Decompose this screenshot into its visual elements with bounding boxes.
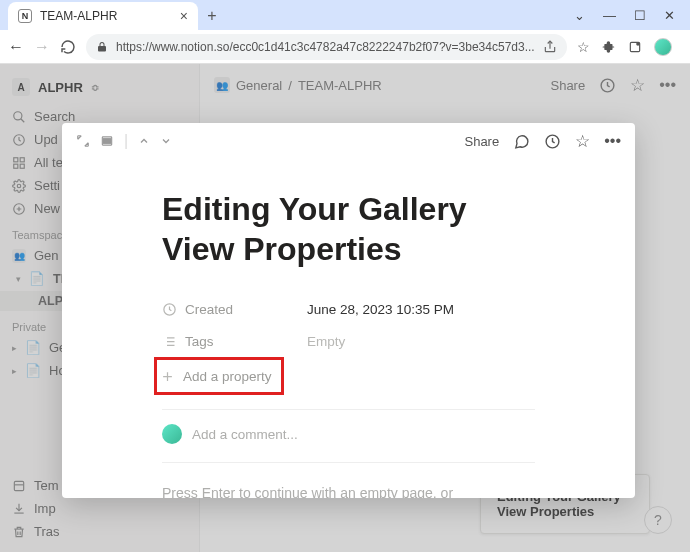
empty-page-hint: Press Enter to continue with an empty pa… [162, 485, 535, 498]
svg-point-1 [636, 42, 640, 46]
forward-button[interactable]: → [34, 38, 50, 56]
clock-icon [162, 302, 177, 317]
divider [162, 462, 535, 463]
add-comment[interactable]: Add a comment... [162, 420, 535, 448]
clock-icon[interactable] [544, 133, 561, 150]
comments-icon[interactable] [513, 133, 530, 150]
plus-icon [160, 369, 175, 384]
extensions-icon[interactable] [602, 40, 616, 54]
next-page-icon[interactable] [160, 135, 172, 147]
lock-icon [96, 41, 108, 53]
prop-value-tags[interactable]: Empty [307, 334, 345, 349]
prop-label-text: Created [185, 302, 233, 317]
browser-tab[interactable]: N TEAM-ALPHR × [8, 2, 198, 30]
highlight-annotation: Add a property [154, 357, 284, 395]
tab-close-icon[interactable]: × [180, 9, 188, 23]
list-icon [162, 334, 177, 349]
property-tags[interactable]: Tags Empty [162, 325, 535, 357]
minimize-icon[interactable]: — [603, 8, 616, 23]
divider [162, 409, 535, 410]
star-icon[interactable]: ☆ [575, 131, 590, 152]
add-property-label: Add a property [183, 369, 272, 384]
reload-button[interactable] [60, 39, 76, 55]
svg-rect-13 [104, 139, 111, 144]
close-window-icon[interactable]: ✕ [664, 8, 675, 23]
peek-mode-icon[interactable] [100, 134, 114, 148]
prop-value-created[interactable]: June 28, 2023 10:35 PM [307, 302, 454, 317]
address-bar[interactable]: https://www.notion.so/ecc0c1d41c3c4782a4… [86, 34, 567, 60]
property-created[interactable]: Created June 28, 2023 10:35 PM [162, 293, 535, 325]
share-url-icon[interactable] [543, 40, 557, 54]
new-notification-icon[interactable] [628, 40, 642, 54]
page-title[interactable]: Editing Your Gallery View Properties [162, 189, 535, 269]
expand-icon[interactable] [76, 134, 90, 148]
comment-placeholder: Add a comment... [192, 427, 298, 442]
maximize-icon[interactable]: ☐ [634, 8, 646, 23]
notion-favicon: N [18, 9, 32, 23]
browser-titlebar: N TEAM-ALPHR × + ⌄ — ☐ ✕ [0, 0, 690, 30]
dropdown-icon[interactable]: ⌄ [574, 8, 585, 23]
avatar [162, 424, 182, 444]
back-button[interactable]: ← [8, 38, 24, 56]
new-tab-button[interactable]: + [198, 2, 226, 30]
profile-avatar-icon[interactable] [654, 38, 672, 56]
page-modal: | Share ☆ ••• Editing Your Gallery View … [62, 123, 635, 498]
more-icon[interactable]: ••• [604, 132, 621, 150]
tab-title: TEAM-ALPHR [40, 9, 117, 23]
share-button[interactable]: Share [464, 134, 499, 149]
browser-menu-icon[interactable]: ⋮ [684, 39, 690, 55]
add-property-button[interactable]: Add a property [160, 360, 278, 392]
browser-toolbar: ← → https://www.notion.so/ecc0c1d41c3c47… [0, 30, 690, 64]
star-icon[interactable]: ☆ [577, 39, 590, 55]
prev-page-icon[interactable] [138, 135, 150, 147]
url-text: https://www.notion.so/ecc0c1d41c3c4782a4… [116, 40, 535, 54]
prop-label-text: Tags [185, 334, 214, 349]
